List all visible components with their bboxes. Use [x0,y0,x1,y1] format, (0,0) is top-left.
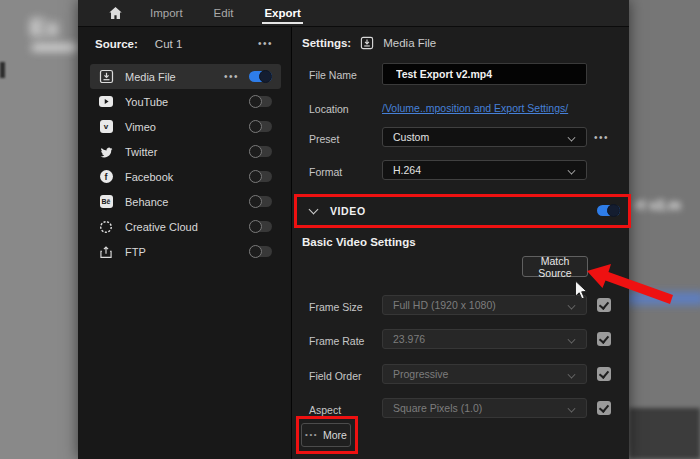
settings-label: Settings: [302,37,351,49]
frame-size-label: Frame Size [309,301,363,313]
field-order-value: Progressive [393,368,448,380]
aspect-label: Aspect [309,404,341,416]
destination-ftp[interactable]: FTP [90,239,281,264]
destination-list: Media File YouTube [78,64,291,264]
aspect-checkbox[interactable] [597,401,611,415]
more-button[interactable]: More [301,423,351,447]
behance-icon: Bē [98,194,114,210]
format-label: Format [309,166,342,178]
file-name-input[interactable] [382,63,587,85]
media-file-download-icon [98,69,114,85]
window-body: Source: Cut 1 Media File [78,27,629,459]
frame-size-dropdown[interactable]: Full HD (1920 x 1080) [382,295,587,315]
destination-behance[interactable]: Bē Behance [90,189,281,214]
background-blurred-text-right: rt v2.m [635,197,681,213]
destination-label: Facebook [125,171,173,183]
background-blur-right: rt v2.m [629,0,700,459]
tab-export[interactable]: Export [262,1,302,25]
frame-size-value: Full HD (1920 x 1080) [393,299,496,311]
preset-dropdown[interactable]: Custom [382,127,587,147]
video-section-header[interactable]: VIDEO [292,195,629,226]
background-blurred-link [629,292,700,305]
destination-facebook[interactable]: f Facebook [90,164,281,189]
match-source-button[interactable]: Match Source [522,256,588,277]
workspace-tabs: Import Edit Export [148,1,303,25]
premiere-export-window: Import Edit Export Source: Cut 1 [78,0,629,459]
frame-rate-dropdown[interactable]: 23.976 [382,329,587,349]
chevron-down-icon [309,206,318,215]
field-order-label: Field Order [309,370,362,382]
destination-label: Twitter [125,146,157,158]
chevron-down-icon [568,301,576,309]
destination-twitter[interactable]: Twitter [90,139,281,164]
screenshot-root: Ex rt v2.m Import Edit Export Source: [0,0,700,459]
format-dropdown[interactable]: H.264 [382,160,587,180]
file-name-label: File Name [309,69,357,81]
home-button[interactable] [107,5,123,21]
chevron-down-icon [568,166,576,174]
video-section-label: VIDEO [330,205,366,217]
location-label: Location [309,103,349,115]
frame-rate-value: 23.976 [393,333,425,345]
frame-size-checkbox[interactable] [597,298,611,312]
video-section-toggle[interactable] [597,205,620,216]
destination-label: YouTube [125,96,168,108]
background-dark-panel [629,408,700,459]
home-icon [108,6,123,20]
source-header: Source: Cut 1 [78,27,291,58]
facebook-toggle[interactable] [249,171,272,182]
creative-cloud-icon [98,219,114,235]
chevron-down-icon [568,370,576,378]
aspect-dropdown[interactable]: Square Pixels (1.0) [382,398,587,418]
preset-value: Custom [393,131,429,143]
source-value: Cut 1 [155,38,183,50]
settings-header: Settings: Media File [302,36,436,50]
destination-label: Media File [125,71,176,83]
creative-cloud-toggle[interactable] [249,221,272,232]
chevron-down-icon [568,404,576,412]
destination-youtube[interactable]: YouTube [90,89,281,114]
more-label: More [323,429,347,441]
vimeo-toggle[interactable] [249,121,272,132]
tab-edit[interactable]: Edit [212,1,236,25]
ftp-toggle[interactable] [249,246,272,257]
basic-video-settings-title: Basic Video Settings [302,236,416,248]
tab-import[interactable]: Import [148,1,185,25]
youtube-icon [98,94,114,110]
source-menu-ellipsis-icon[interactable] [258,39,273,49]
export-settings-panel: Settings: Media File File Name Location … [292,27,629,459]
vimeo-icon: v [98,119,114,135]
destinations-sidebar: Source: Cut 1 Media File [78,27,292,459]
frame-rate-checkbox[interactable] [597,332,611,346]
location-link[interactable]: /Volume..mposition and Export Settings/ [382,102,568,114]
destination-vimeo[interactable]: v Vimeo [90,114,281,139]
media-file-toggle[interactable] [249,71,272,82]
chevron-down-icon [568,133,576,141]
format-value: H.264 [393,164,421,176]
top-navigation-bar: Import Edit Export [78,0,629,27]
destination-creative-cloud[interactable]: Creative Cloud [90,214,281,239]
media-file-download-icon [360,36,374,50]
preset-label: Preset [309,133,339,145]
ftp-upload-icon [98,244,114,260]
field-order-checkbox[interactable] [597,367,611,381]
youtube-toggle[interactable] [249,96,272,107]
destination-label: Vimeo [125,121,156,133]
background-blur-left: Ex [0,0,78,459]
destination-media-file[interactable]: Media File [90,64,281,89]
media-file-menu-ellipsis-icon[interactable] [224,72,239,82]
destination-label: FTP [125,246,146,258]
background-blurred-text-left: Ex [30,14,59,42]
facebook-icon: f [98,169,114,185]
twitter-toggle[interactable] [249,146,272,157]
field-order-dropdown[interactable]: Progressive [382,364,587,384]
source-label: Source: [95,38,138,50]
preset-menu-ellipsis-icon[interactable] [594,133,609,143]
twitter-bird-icon [98,144,114,160]
chevron-down-icon [568,335,576,343]
frame-rate-label: Frame Rate [309,335,364,347]
settings-destination-name: Media File [383,37,436,49]
behance-toggle[interactable] [249,196,272,207]
more-ellipsis-icon [305,431,318,439]
background-notch [0,62,5,78]
